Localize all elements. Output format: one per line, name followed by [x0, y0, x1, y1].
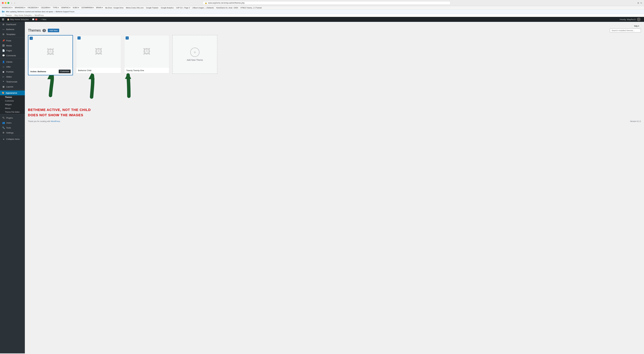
customize-button[interactable]: Customize: [59, 70, 71, 73]
maximize-button[interactable]: [8, 2, 9, 4]
sidebar-item-media[interactable]: 🖼 Media: [0, 43, 25, 48]
update-badge-betheme-child: !: [78, 36, 80, 39]
bookmark-item[interactable]: ESTAMPARIA ▾: [82, 7, 94, 9]
update-badge-twenty-twenty-one: !: [126, 36, 129, 39]
theme-card-betheme[interactable]: ! 🖼 Active: Betheme Customize: [28, 35, 73, 75]
breadcrumb-bar: 📄 Themes › Way Home Soluções — WordPress: [0, 14, 644, 17]
update-badge-betheme: !: [30, 37, 33, 40]
bookmark-item[interactable]: HTML5 Tutoria...L 5 Tutorial: [240, 7, 262, 9]
bookmark-item[interactable]: ANIMACAO ▾: [2, 7, 12, 9]
admin-bar-site[interactable]: 🏠 Way Home Soluções: [6, 17, 30, 22]
active-prefix: Active:: [30, 70, 37, 73]
add-new-button[interactable]: Add New: [48, 29, 59, 32]
sidebar-item-dashboard[interactable]: ⊞ Dashboard: [0, 22, 25, 27]
sidebar-item-templates[interactable]: ⊞ Templates: [0, 32, 25, 37]
sidebar-item-appearance[interactable]: 🎨 Appearance: [0, 91, 25, 95]
bookmark-item[interactable]: BRAIN ▾: [96, 7, 103, 9]
address-bar[interactable]: 🔒 www.wayhome.net.br/wp-admin/themes.php: [203, 1, 450, 5]
theme-card-betheme-child[interactable]: ! 🖼 Betheme Child: [76, 35, 121, 73]
collapse-icon: ◂: [2, 138, 5, 140]
sidebar-item-clients[interactable]: 👤 Clients: [0, 59, 25, 64]
sidebar-sub-themes[interactable]: Themes: [0, 95, 25, 99]
admin-bar-howdy[interactable]: Howdy, WayRe23: [618, 17, 642, 22]
bookmark-item[interactable]: Minha Conta | Wix.com: [126, 7, 144, 9]
admin-bar-new[interactable]: + New: [39, 17, 48, 22]
sidebar-label-clients: Clients: [6, 61, 12, 63]
bookmark-item[interactable]: Google Analytics: [161, 7, 174, 9]
bookmark-item[interactable]: GRAPHIC ▾: [61, 7, 70, 9]
refresh-icon[interactable]: ↻: [640, 2, 642, 4]
sidebar-item-tools[interactable]: 🔧 Tools: [0, 125, 25, 130]
breadcrumb-site: Way Home Soluções — WordPress: [14, 14, 44, 16]
page-title-text: Themes: [28, 28, 41, 32]
help-button[interactable]: Help ▾: [632, 24, 641, 28]
posts-icon: 📌: [2, 39, 5, 42]
sidebar-sub-customize[interactable]: Customize: [0, 99, 25, 103]
minimize-button[interactable]: [5, 2, 6, 4]
site-name: Way Home Soluções: [10, 18, 29, 21]
clients-icon: 👤: [2, 61, 5, 63]
sidebar-item-portfolio[interactable]: ◼ Portfolio: [0, 69, 25, 74]
bookmark-item[interactable]: My Drive - Google Drive: [105, 7, 124, 9]
add-new-theme-card[interactable]: + Add New Theme: [172, 35, 217, 74]
sidebar-item-posts[interactable]: 📌 Posts: [0, 38, 25, 43]
theme-thumbnail-betheme: ! 🖼: [28, 35, 72, 68]
theme-card-twenty-twenty-one[interactable]: ! 🖼 Twenty Twenty-One: [124, 35, 169, 73]
media-icon: 🖼: [2, 44, 5, 47]
annotation-line2: DOES NOT SHOW THE IMAGES: [28, 113, 641, 117]
bookmark-item[interactable]: TYPE ▾: [53, 7, 59, 9]
sidebar-item-users[interactable]: 👥 Users: [0, 120, 25, 125]
be-logo: Be: [2, 10, 5, 13]
avatar-icon: [637, 17, 640, 21]
sidebar-item-layouts[interactable]: ▦ Layouts: [0, 84, 25, 89]
sidebar-item-pages[interactable]: 📄 Pages: [0, 48, 25, 53]
sidebar-label-appearance: Appearance: [6, 92, 17, 94]
bookmark-item[interactable]: CAP 3.0 – Page 3: [176, 7, 190, 9]
wp-logo-icon: ⊞: [2, 18, 4, 21]
bookmark-item[interactable]: FACEBOOK ▾: [28, 7, 39, 9]
search-input[interactable]: [610, 28, 641, 32]
sidebar-item-testimonials[interactable]: ❝ Testimonials: [0, 79, 25, 84]
bookmark-item[interactable]: | Álbum imagen... | Stellantis: [192, 7, 214, 9]
sidebar-label-dashboard: Dashboard: [6, 23, 16, 25]
sidebar-item-collapse[interactable]: ◂ Collapse menu: [0, 137, 25, 142]
bookmark-item[interactable]: CELEBRA ▾: [41, 7, 50, 9]
sidebar-label-betheme: Betheme: [6, 28, 14, 30]
browser-chrome: ‹ › 🔒 www.wayhome.net.br/wp-admin/themes…: [0, 0, 644, 6]
bookmark-item[interactable]: NotreDame Int...ficial - GNDI: [216, 7, 238, 9]
lock-icon: 🔒: [205, 2, 207, 4]
sidebar-item-offer[interactable]: ◇ Offer: [0, 64, 25, 69]
sidebar-label-pages: Pages: [6, 49, 12, 52]
browser-back-icon[interactable]: ‹: [10, 1, 12, 4]
content-area: Help ▾ Themes 3 Add New ! 🖼: [25, 22, 644, 354]
sidebar-item-slides[interactable]: ▷ Slides: [0, 74, 25, 79]
sidebar-item-comments[interactable]: 💬 Comments: [0, 53, 25, 58]
admin-bar-comments[interactable]: 💬 0: [30, 17, 39, 22]
bookmark-item[interactable]: Google Tradutor: [146, 7, 158, 9]
themes-wrapper: ! 🖼 Active: Betheme Customize !: [28, 35, 641, 117]
sidebar-item-betheme[interactable]: — Betheme: [0, 27, 25, 32]
sidebar-sub-theme-file-editor[interactable]: Theme File Editor: [0, 110, 25, 114]
wordpress-link[interactable]: WordPress: [51, 120, 60, 122]
arrow-2: [88, 73, 95, 97]
pages-icon: 📄: [2, 49, 5, 52]
sidebar-item-settings[interactable]: ⚙ Settings: [0, 130, 25, 135]
themes-grid: ! 🖼 Active: Betheme Customize !: [28, 35, 641, 75]
breadcrumb-themes: Themes: [5, 14, 12, 16]
sidebar-sub-menus[interactable]: Menus: [0, 107, 25, 110]
bookmark-item[interactable]: KUBO ▾: [73, 7, 79, 9]
theme-info-betheme: Active: Betheme Customize: [28, 68, 72, 75]
tools-icon: 🔧: [2, 127, 5, 129]
sidebar-sub-customize-label: Customize: [5, 100, 14, 102]
bookmark-item[interactable]: BRANDING ▾: [15, 7, 25, 9]
thumbnail-placeholder-betheme: 🖼: [47, 48, 54, 56]
browser-forward-icon[interactable]: ›: [14, 1, 16, 4]
sidebar-sub-themes-label: Themes: [5, 96, 12, 98]
breadcrumb-item: 📄: [2, 14, 4, 16]
sidebar-sub-widgets[interactable]: Widgets: [0, 103, 25, 107]
sidebar-item-plugins[interactable]: 🔌 Plugins: [0, 115, 25, 120]
sidebar-sub-menus-label: Menus: [5, 107, 10, 109]
close-button[interactable]: [2, 2, 4, 4]
arrow-3: [125, 73, 131, 96]
theme-active-label: Active: Betheme: [30, 70, 46, 73]
